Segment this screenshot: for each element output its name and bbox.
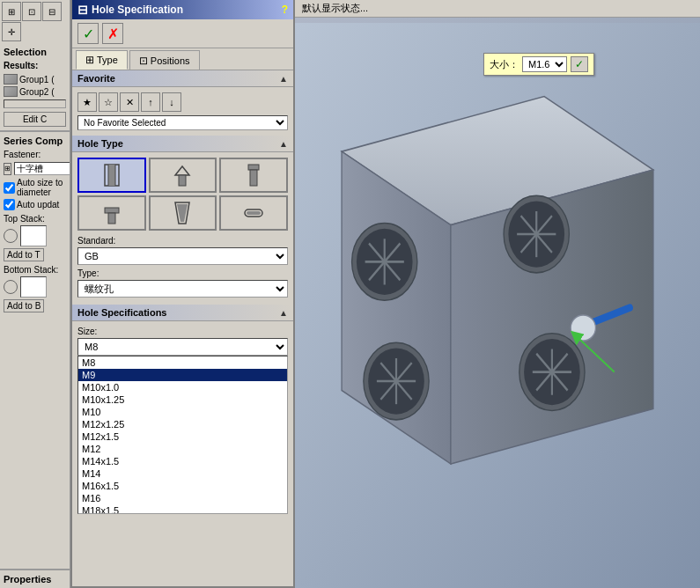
hole-type-section-body [72,152,293,236]
hole-spec-collapse-icon: ▲ [279,308,288,318]
size-option[interactable]: M10x1.0 [78,381,287,393]
favorite-section-header[interactable]: Favorite ▲ [72,70,293,87]
hole-spec-section-header[interactable]: Hole Specifications ▲ [72,305,293,321]
series-comp-section: Series Comp Fastener: ⊞ Auto size to dia… [0,130,70,316]
standard-select[interactable]: GB [77,247,288,265]
fastener-icon: ⊞ [4,163,11,175]
size-label: Size: [77,327,288,336]
selection-title: Selection [4,47,66,57]
add-to-top-button[interactable]: Add to T [4,248,44,261]
toolbar-btn-3[interactable]: ⊟ [42,2,62,21]
fav-btn-5[interactable]: ↓ [162,92,181,112]
top-stack-label: Top Stack: [4,214,66,224]
dialog-titlebar: ⊟ Hole Specification ? [72,0,293,19]
toolbar-btn-4[interactable]: ✛ [2,22,21,41]
size-option[interactable]: M16x1.5 [78,480,287,492]
svg-point-43 [571,315,595,341]
left-sidebar: ⊞ ⊡ ⊟ ✛ Selection Results: Group1 ( Grou… [0,0,70,588]
standard-type-area: Standard: GB Type: 螺纹孔 [72,236,293,305]
type-field-label: Type: [77,268,288,278]
cancel-icon: ✗ [107,26,119,42]
size-option[interactable]: M18x1.5 [78,504,287,514]
hole-type-collapse-icon: ▲ [279,139,288,149]
tab-type[interactable]: ⊞ Type [76,50,128,70]
tapered-icon [170,201,195,225]
edit-c-button[interactable]: Edit C [4,112,66,127]
3d-scene-svg [295,23,700,588]
hole-type-cylinder[interactable] [219,158,288,193]
toolbar-btn-1[interactable]: ⊞ [2,2,21,21]
bottom-stack-circle [4,280,18,294]
favorite-collapse-icon: ▲ [279,74,288,84]
size-option[interactable]: M12x1.25 [78,418,287,430]
size-option[interactable]: M14 [78,467,287,480]
size-popup-select[interactable]: M1.6 [522,56,567,72]
hole-type-tapered[interactable] [149,195,217,231]
size-option[interactable]: M16 [78,492,287,504]
cancel-button[interactable]: ✗ [102,23,123,44]
hole-type-slot[interactable] [219,195,288,231]
fav-btn-1[interactable]: ★ [77,92,97,112]
status-text: 默认显示状态... [302,2,368,15]
fastener-row: Fastener: [4,150,66,159]
list-item: Group1 ( [4,73,66,85]
counterbore-icon [99,201,124,225]
dialog-help-button[interactable]: ? [282,4,288,16]
standard-label: Standard: [77,236,288,246]
size-option[interactable]: M12 [78,443,287,455]
fav-btn-2[interactable]: ☆ [99,92,118,112]
hole-type-counterbore[interactable] [77,195,146,231]
fav-btn-3[interactable]: ✕ [120,92,139,112]
size-popup-confirm-button[interactable]: ✓ [571,56,588,72]
top-stack-area [4,225,66,246]
size-popup: 大小： M1.6 ✓ [483,53,594,76]
fastener-label: Fastener: [4,150,41,159]
type-tab-label: Type [97,55,118,65]
hole-spec-title: Hole Specifications [77,307,166,318]
favorite-section-body: ★ ☆ ✕ ↑ ↓ No Favorite Selected [72,87,293,136]
main-panel: ⊟ Hole Specification ? ✓ ✗ ⊞ Type [70,0,700,588]
size-option[interactable]: M12x1.5 [78,430,287,443]
toolbar-btn-2[interactable]: ⊡ [22,2,41,21]
auto-size-checkbox[interactable] [4,182,15,194]
add-to-bottom-button[interactable]: Add to B [4,299,44,312]
svg-rect-8 [105,208,119,213]
favorite-select[interactable]: No Favorite Selected [77,115,288,130]
svg-rect-5 [179,175,186,186]
fastener-value-input[interactable] [14,162,70,175]
group2-label: Group2 ( [19,87,54,97]
hole-type-grid [77,158,288,231]
size-option[interactable]: M9 [78,369,287,381]
bottom-stack-area [4,276,66,298]
auto-update-checkbox[interactable] [4,199,15,210]
svg-rect-9 [108,213,115,224]
auto-size-label: Auto size to diameter [17,178,66,197]
hole-spec-section-body: Size: M8 M8M9M10x1.0M10x1.25M10M12x1.25M… [72,321,293,519]
hole-type-title: Hole Type [77,138,123,149]
selection-section: Selection Results: Group1 ( Group2 ( Edi… [0,43,70,130]
svg-rect-13 [247,211,261,215]
tab-positions[interactable]: ⊡ Positions [129,50,200,70]
auto-update-row: Auto updat [4,199,66,210]
type-select[interactable]: 螺纹孔 [77,280,288,298]
favorite-dropdown: No Favorite Selected [77,115,288,130]
hole-type-section-header[interactable]: Hole Type ▲ [72,136,293,152]
size-dropdown-list[interactable]: M8M9M10x1.0M10x1.25M10M12x1.25M12x1.5M12… [77,356,288,514]
size-option[interactable]: M14x1.5 [78,455,287,467]
hole-spec-dialog: ⊟ Hole Specification ? ✓ ✗ ⊞ Type [70,0,295,588]
dialog-title-left: ⊟ Hole Specification [77,3,183,17]
fav-btn-4[interactable]: ↑ [141,92,160,112]
hole-type-countersink[interactable] [149,158,217,193]
viewport: 默认显示状态... [295,0,700,588]
favorite-icons: ★ ☆ ✕ ↑ ↓ [77,92,288,112]
dialog-tabs: ⊞ Type ⊡ Positions [72,48,293,70]
size-option[interactable]: M10x1.25 [78,393,287,406]
size-option[interactable]: M8 [78,356,287,369]
size-dropdown[interactable]: M8 [77,338,288,356]
horizontal-scrollbar[interactable] [4,99,66,108]
size-option[interactable]: M10 [78,406,287,418]
confirm-button[interactable]: ✓ [77,23,99,44]
hole-type-straight[interactable] [77,158,146,193]
standard-field: Standard: GB [77,236,288,265]
bottom-stack-label: Bottom Stack: [4,265,66,275]
